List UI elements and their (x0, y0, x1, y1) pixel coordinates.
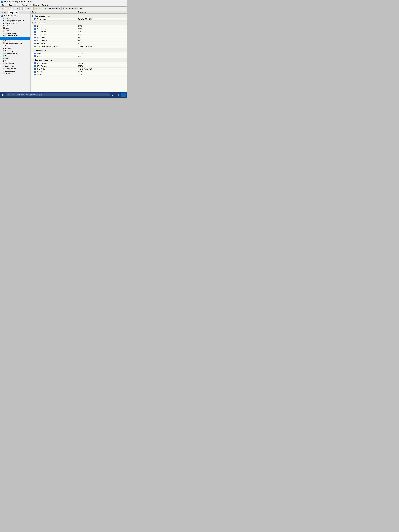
driver-update-label: Обновления драйверов (65, 8, 82, 10)
sidebar-item-devices[interactable]: › 📱 Устройства (0, 60, 30, 62)
sidebar-item-multimedia[interactable]: › 🎵 Мультимедиа (0, 50, 30, 52)
row-cpu-core-voltage: Ядро ЦП 0.597 V (31, 52, 127, 55)
cpu-gt-cores-power-icon (34, 68, 36, 70)
arrow-network: › (1, 55, 2, 57)
dimm-power-field: DIMM (37, 74, 41, 76)
sidebar-item-config[interactable]: › ⚙ Конфигурация (0, 67, 30, 70)
start-button[interactable]: ⊞ (1, 93, 6, 97)
cpu-temp-icon (34, 25, 36, 27)
arrow-directx: › (1, 58, 2, 59)
sidebar-item-overclocking[interactable]: 🔥 Разгон (0, 30, 30, 32)
sidebar-item-server[interactable]: › 🖥 Сервер (0, 44, 30, 47)
sidebar-tree: 64 AIDA64 v6.90.6500 ▼ 🖥 Компьютер 🖥 Сум… (0, 14, 30, 75)
multimedia-icon: 🎵 (2, 50, 5, 52)
cpu-ia-cores-temp-icon (34, 31, 36, 33)
sensor-type-icon (34, 18, 36, 20)
computername-label: Имя компьютера (5, 22, 18, 24)
buy-button[interactable]: ⭐ Купить (34, 7, 43, 10)
section-temperatures: 🌡 Температуры (31, 21, 127, 25)
taskbar-icon1[interactable]: ⊞ (110, 93, 115, 97)
cpu-vid-voltage-value: 0.597 V (78, 55, 126, 57)
os-icon: 🪟 (2, 42, 5, 44)
row-core2-temp: ЦП 1 / Ядро 2 35 °C (31, 39, 127, 42)
sidebar-item-ipmi[interactable]: ⬛ IPMI (0, 27, 30, 30)
menu-service[interactable]: Сервис (32, 4, 40, 6)
menu-bar: Файл Вид Отчёт Избранное Сервис Справка (0, 3, 127, 6)
taskbar-icon2[interactable]: 🖥 (116, 93, 120, 97)
core2-temp-field: ЦП 1 / Ядро 2 (37, 40, 47, 41)
sidebar-item-computer[interactable]: ▼ 🖥 Компьютер (0, 17, 30, 19)
section-power: ⚡ Значения мощности (31, 58, 127, 62)
sidebar-item-computername[interactable]: 🖥 Имя компьютера (0, 22, 30, 25)
nav-user-button[interactable]: 👤 (16, 7, 19, 10)
core2-temp-icon (34, 40, 36, 41)
sidebar-item-laptop[interactable]: 💻 Портативный ПК (0, 35, 30, 37)
sidebar-item-os[interactable]: › 🪟 Операционная система (0, 42, 30, 44)
sidebar-item-network[interactable]: › 🌐 Сеть (0, 55, 30, 57)
row-cpu-ia-cores-power: CPU IA Cores 0.31 W (31, 65, 127, 68)
title-bar-text: AIDA64 Extreme [ TRIAL VERSION ] (4, 1, 32, 3)
sensor-props-icon: 🌡 (32, 15, 34, 17)
os-label: Операционная система (5, 43, 23, 44)
row-cpu-package-power: CPU Package 1.09 W (31, 62, 127, 65)
nav-chart-button[interactable]: 📈 (19, 7, 23, 10)
sidebar-item-motherboard[interactable]: › 🔧 Системная плата (0, 40, 30, 42)
laptop-label: Портативный ПК (5, 35, 18, 37)
nav-back-button[interactable]: ‹ (1, 7, 4, 10)
cpu-uncore-power-field: CPU Uncore (37, 71, 45, 73)
sidebar-item-directx[interactable]: › 🎮 DirectX (0, 57, 30, 60)
sidebar-version-label: AIDA64 v6.90.6500 (3, 15, 17, 17)
pch-diode-value: 34 °C (78, 43, 126, 44)
menu-help[interactable]: Справка (40, 4, 49, 6)
nav-up-button[interactable]: ∧ (8, 7, 12, 10)
row-pch-diode-temp: Диод PCH 34 °C (31, 42, 127, 45)
sidebar-item-power[interactable]: ⚡ Электропитание (0, 32, 30, 35)
taskbar-aida-label: 64 (123, 94, 124, 96)
sensor-type-value: ThinkPad EC (ACPI) (78, 18, 126, 20)
content-header: Поле Значение (31, 11, 127, 14)
sidebar-item-display[interactable]: › 🖥 Дисплей (0, 47, 30, 50)
dmi-icon: 🖥 (3, 25, 5, 27)
main-layout: Меню Избранное 64 AIDA64 v6.90.6500 ▼ 🖥 … (0, 11, 127, 96)
menu-report[interactable]: Отчёт (13, 4, 20, 6)
arrow-computer: ▼ (1, 18, 2, 19)
sidebar: Меню Избранное 64 AIDA64 v6.90.6500 ▼ 🖥 … (0, 11, 31, 96)
nav-forward-button[interactable]: › (5, 7, 8, 10)
driver-update-button[interactable]: 🔵 Обновления драйверов (62, 7, 83, 10)
report-button[interactable]: 📄 Отчёт (25, 7, 33, 10)
server-label: Сервер (5, 45, 11, 47)
sidebar-item-database[interactable]: › 🗄 База данных (0, 70, 30, 72)
temperatures-label: Температуры (35, 22, 46, 24)
driver-update-icon: 🔵 (62, 8, 64, 10)
arrow-server: › (1, 45, 2, 47)
sidebar-item-summary[interactable]: 🖥 Суммарная информация (0, 19, 30, 22)
cpu-ia-cores-power-field: CPU IA Cores (37, 65, 47, 67)
sidebar-item-storage[interactable]: › 💾 Хранение данных (0, 52, 30, 55)
menu-favorites[interactable]: Избранное (21, 4, 32, 6)
search-icon: 🔍 (8, 94, 10, 96)
menu-view[interactable]: Вид (7, 4, 13, 6)
tab-menu[interactable]: Меню (1, 11, 8, 14)
display-label: Дисплей (5, 48, 12, 49)
tab-favorites[interactable]: Избранное (8, 11, 19, 14)
section-sensor-props: 🌡 Свойства датчика (31, 14, 127, 18)
nav-refresh-button[interactable]: ↺ (12, 7, 15, 10)
menu-file[interactable]: Файл (1, 4, 7, 6)
bios-update-button[interactable]: ⬇ Обновления BIOS (44, 7, 61, 10)
thermometer-icon: 🌡 (32, 22, 34, 24)
sidebar-item-tests[interactable]: › 📊 Тесты (0, 72, 30, 75)
taskbar-icons: ⊞ 🖥 64 (110, 93, 126, 97)
sidebar-item-security[interactable]: › 🛡 Безопасность (0, 65, 30, 67)
arrow-tests: › (1, 73, 2, 74)
sidebar-item-sensors[interactable]: 🌡 Датчики (0, 37, 30, 40)
taskbar-aida-icon[interactable]: 64 (121, 93, 126, 97)
sidebar-item-dmi[interactable]: 🖥 DMI (0, 25, 30, 27)
power-label: Электропитание (5, 32, 17, 34)
programs-label: Программы (5, 63, 14, 64)
cpu-ia-cores-power-value: 0.31 W (78, 65, 126, 67)
sidebar-item-programs[interactable]: › ⚙ Программы (0, 62, 30, 65)
taskbar-search-box[interactable]: 🔍 Чтобы начать поиск, введите здесь запр… (6, 93, 110, 96)
database-label: База данных (5, 70, 14, 72)
arrow-database: › (1, 70, 2, 72)
display-icon: 🖥 (2, 47, 5, 49)
